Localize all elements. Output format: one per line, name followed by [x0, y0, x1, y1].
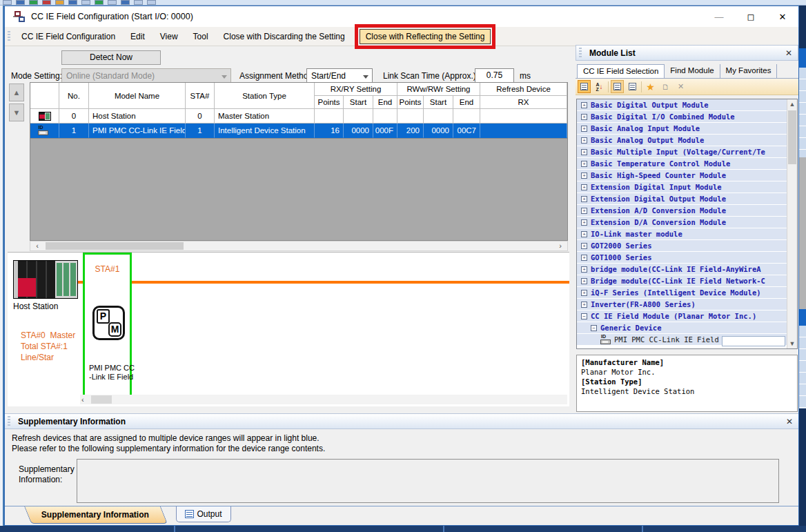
module-list-item[interactable]: −Generic Device — [577, 322, 797, 334]
scroll-left-icon[interactable]: ‹ — [81, 395, 84, 404]
module-list-item[interactable]: +Basic Analog Output Module — [577, 135, 797, 146]
table-row-cell[interactable]: 0000 — [424, 124, 453, 138]
collapse-tree-icon[interactable] — [626, 80, 639, 93]
module-list-item[interactable]: +Basic Analog Input Module — [577, 123, 797, 135]
col-header-station-type[interactable]: Station Type — [215, 83, 315, 109]
menu-tool[interactable]: Tool — [186, 29, 216, 44]
add-favorite-icon[interactable]: 🗋 — [659, 80, 672, 93]
scroll-up-icon[interactable]: ▲ — [787, 101, 797, 108]
intelligent-device-icon[interactable]: ID — [30, 124, 59, 138]
panel-grip[interactable] — [579, 48, 582, 59]
module-list-item[interactable]: +Extension D/A Conversion Module — [577, 217, 797, 228]
maximize-icon[interactable]: ◻ — [735, 6, 767, 27]
minimize-icon[interactable]: — — [703, 6, 735, 27]
favorite-star-icon[interactable]: ★ — [644, 80, 657, 93]
col-header-refresh-device[interactable]: Refresh Device — [480, 83, 567, 96]
menu-cc-ie-field-configuration[interactable]: CC IE Field Configuration — [14, 29, 123, 44]
module-list-item[interactable]: +Extension A/D Conversion Module — [577, 205, 797, 217]
module-list-item[interactable]: +IO-Link master module — [577, 228, 797, 240]
menu-view[interactable]: View — [153, 29, 186, 44]
module-list-item[interactable]: +iQ-F Series (Intelligent Device Module) — [577, 287, 797, 299]
assignment-method-dropdown[interactable]: Start/End — [306, 68, 373, 83]
scroll-down-icon[interactable]: ▼ — [787, 340, 797, 347]
host-station-rack-icon[interactable] — [13, 260, 78, 299]
col-header-rxry-setting[interactable]: RX/RY Setting — [315, 83, 397, 96]
table-row-cell[interactable] — [373, 109, 397, 124]
module-item-edit-box[interactable] — [722, 336, 785, 346]
tab-supplementary-information[interactable]: Supplementary Information — [24, 506, 168, 524]
table-row-cell[interactable]: 0 — [59, 109, 89, 124]
close-icon[interactable]: ✕ — [786, 417, 793, 426]
table-row-cell[interactable]: Master Station — [215, 109, 315, 124]
module-list-item[interactable]: +Extension Digital Input Module — [577, 181, 797, 193]
col-header-points[interactable]: Points — [397, 96, 424, 109]
col-header-start[interactable]: Start — [424, 96, 453, 109]
sort-az-icon[interactable]: AZ↓ — [593, 80, 606, 93]
move-down-button[interactable]: ▼ — [9, 104, 24, 121]
close-icon[interactable]: ✕ — [785, 48, 792, 58]
table-horizontal-scrollbar[interactable]: ‹ › — [30, 241, 568, 251]
host-station-icon[interactable] — [30, 109, 59, 124]
mode-setting-dropdown[interactable]: Online (Standard Mode) — [61, 68, 231, 83]
table-row-cell[interactable] — [315, 109, 344, 124]
col-header-sta[interactable]: STA# — [186, 83, 215, 109]
pmi-device-icon[interactable]: P M — [92, 306, 125, 340]
table-row-cell[interactable] — [480, 124, 567, 138]
table-row-cell[interactable] — [453, 109, 480, 124]
delete-favorite-icon[interactable]: ✕ — [674, 80, 687, 93]
col-header-model-name[interactable]: Model Name — [89, 83, 186, 109]
menu-close-reflecting[interactable]: Close with Reflecting the Setting — [360, 29, 491, 44]
table-row-cell[interactable]: 000F — [373, 124, 397, 138]
scrollbar-thumb[interactable] — [91, 395, 112, 404]
diagram-horizontal-scrollbar[interactable]: ‹ — [80, 395, 567, 404]
scroll-left-icon[interactable]: ‹ — [32, 242, 43, 250]
module-list-item[interactable]: +Basic Temperature Control Module — [577, 158, 797, 170]
col-header-no[interactable]: No. — [59, 83, 89, 109]
table-row-cell[interactable]: Host Station — [89, 109, 186, 124]
module-list-item[interactable]: +GOT1000 Series — [577, 252, 797, 264]
module-list-item[interactable]: −CC IE Field Module (Planar Motor Inc.) — [577, 311, 797, 322]
module-list-vertical-scrollbar[interactable]: ▲ ▼ — [787, 99, 797, 348]
col-header-points[interactable]: Points — [315, 96, 344, 109]
module-list-item[interactable]: +Basic Digital Output Module — [577, 99, 797, 111]
selected-station-highlight[interactable]: STA#1 P M PMI PMC CC -Link IE Field — [83, 253, 132, 399]
scrollbar-thumb[interactable] — [788, 110, 796, 164]
menu-edit[interactable]: Edit — [123, 29, 153, 44]
table-row-cell[interactable] — [397, 109, 424, 124]
table-row-cell[interactable]: Intelligent Device Station — [215, 124, 315, 138]
module-list-item[interactable]: +Basic Digital I/O Combined Module — [577, 111, 797, 123]
scrollbar-thumb[interactable] — [46, 242, 184, 250]
table-row-cell[interactable]: 0000 — [344, 124, 373, 138]
module-list-item[interactable]: +GOT2000 Series — [577, 240, 797, 252]
module-list-item[interactable]: +Bridge module(CC-Link IE Field Network-… — [577, 275, 797, 287]
table-row-cell[interactable] — [480, 109, 567, 124]
scroll-right-icon[interactable]: › — [555, 242, 566, 250]
module-list-item[interactable]: +bridge module(CC-Link IE Field-AnyWireA — [577, 264, 797, 275]
col-header-end[interactable]: End — [453, 96, 480, 109]
tab-cc-ie-field-selection[interactable]: CC IE Field Selection — [577, 64, 665, 78]
table-row-cell[interactable]: 1 — [186, 124, 215, 138]
table-row-cell[interactable]: PMI PMC CC-Link IE Field — [89, 124, 186, 138]
close-icon[interactable]: ✕ — [767, 6, 798, 27]
detect-now-button[interactable]: Detect Now — [61, 50, 161, 65]
menu-close-discarding[interactable]: Close with Discarding the Setting — [216, 29, 353, 44]
expand-tree-icon[interactable] — [611, 80, 624, 93]
col-header-end[interactable]: End — [373, 96, 397, 109]
tab-output[interactable]: Output — [176, 506, 231, 522]
move-up-button[interactable]: ▲ — [9, 83, 24, 101]
link-scan-time-input[interactable]: 0.75 — [475, 68, 514, 83]
tab-find-module[interactable]: Find Module — [665, 64, 720, 78]
module-list-item[interactable]: +Basic High-Speed Counter Module — [577, 170, 797, 181]
table-row-cell[interactable] — [344, 109, 373, 124]
table-row-cell[interactable]: 0 — [186, 109, 215, 124]
table-row-cell[interactable]: 200 — [397, 124, 424, 138]
col-header-rx[interactable]: RX — [480, 96, 567, 109]
table-row-cell[interactable]: 16 — [315, 124, 344, 138]
module-list-item[interactable]: +Extension Digital Output Module — [577, 193, 797, 205]
supplementary-field[interactable] — [77, 459, 779, 503]
table-row-cell[interactable]: 1 — [59, 124, 89, 138]
module-list-item[interactable]: +Basic Multiple Input (Voltage/Current/T… — [577, 146, 797, 158]
table-row-cell[interactable]: 00C7 — [453, 124, 480, 138]
col-header-rwwrwr-setting[interactable]: RWw/RWr Setting — [397, 83, 480, 96]
table-row-cell[interactable] — [424, 109, 453, 124]
